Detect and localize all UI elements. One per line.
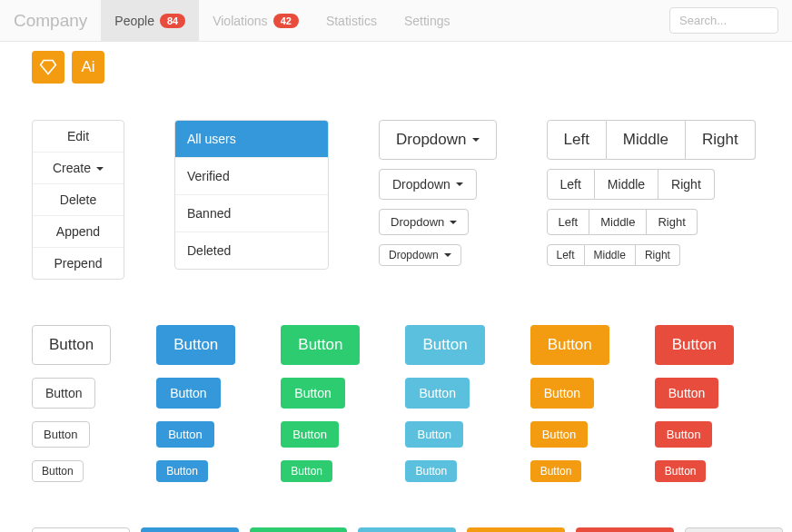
caret-down-icon <box>472 138 480 142</box>
btn-success-sm[interactable]: Button <box>281 421 339 448</box>
group-btn-left[interactable]: Left <box>547 209 590 235</box>
brand-logo: Company <box>14 11 87 31</box>
dropdown-grey[interactable]: Dropdown <box>685 527 783 532</box>
btn-primary-lg[interactable]: Button <box>156 325 235 365</box>
nav-badge: 42 <box>273 14 299 28</box>
ai-icon-button[interactable]: Ai <box>72 51 104 84</box>
btn-primary-xs[interactable]: Button <box>156 460 208 482</box>
list-item-label: Create <box>53 161 91 175</box>
caret-down-icon <box>96 167 104 171</box>
btn-default-lg[interactable]: Button <box>32 325 111 365</box>
btn-label: Dropdown <box>391 215 444 229</box>
nav-label: People <box>114 14 154 28</box>
btn-warning-xs[interactable]: Button <box>530 460 582 482</box>
dropdown-success[interactable]: Dropdown <box>250 527 348 532</box>
button-group-stack: Left Middle Right Left Middle Right Left… <box>547 120 756 266</box>
nav-item-settings[interactable]: Settings <box>391 0 464 42</box>
button-group-md: Left Middle Right <box>547 169 715 200</box>
button-variant-grid: Button Button Button Button Button Butto… <box>32 325 760 482</box>
btn-default-md[interactable]: Button <box>32 378 95 409</box>
group-btn-middle[interactable]: Middle <box>595 169 658 200</box>
btn-default-xs[interactable]: Button <box>32 460 84 482</box>
group-btn-left[interactable]: Left <box>547 120 607 160</box>
nav-label: Settings <box>404 14 450 28</box>
search-input[interactable] <box>669 7 778 34</box>
nav-label: Violations <box>213 14 267 28</box>
user-item-verified[interactable]: Verified <box>175 158 328 195</box>
dropdown-default[interactable]: Dropdown <box>32 527 130 532</box>
btn-info-xs[interactable]: Button <box>405 460 457 482</box>
btn-label: Dropdown <box>389 249 439 261</box>
dropdown-danger[interactable]: Dropdown <box>576 527 674 532</box>
dropdown-size-stack: Dropdown Dropdown Dropdown Dropdown <box>379 120 497 266</box>
button-group-sm: Left Middle Right <box>547 209 698 235</box>
btn-info-lg[interactable]: Button <box>405 325 484 365</box>
dropdown-color-row: Dropdown Dropdown Dropdown Dropdown Drop… <box>32 527 760 532</box>
user-item-banned[interactable]: Banned <box>175 195 328 232</box>
btn-warning-sm[interactable]: Button <box>530 421 589 448</box>
user-filter-list: All users Verified Banned Deleted <box>174 120 329 270</box>
caret-down-icon <box>444 253 451 257</box>
list-item-delete[interactable]: Delete <box>33 184 124 216</box>
dropdown-button-lg[interactable]: Dropdown <box>379 120 497 160</box>
btn-success-md[interactable]: Button <box>281 378 344 409</box>
nav-badge: 84 <box>160 14 185 28</box>
group-btn-left[interactable]: Left <box>547 169 595 200</box>
icon-button-row: Ai <box>32 51 760 84</box>
nav-item-violations[interactable]: Violations 42 <box>199 0 312 42</box>
btn-success-xs[interactable]: Button <box>281 460 332 482</box>
navbar: Company People 84 Violations 42 Statisti… <box>0 0 792 42</box>
user-item-deleted[interactable]: Deleted <box>175 232 328 269</box>
ai-icon: Ai <box>81 58 94 76</box>
diamond-icon-button[interactable] <box>32 51 64 84</box>
action-list: Edit Create Delete Append Prepend <box>32 120 124 280</box>
group-btn-right[interactable]: Right <box>658 169 715 200</box>
dropdown-info[interactable]: Dropdown <box>358 527 456 532</box>
group-btn-right[interactable]: Right <box>686 120 756 160</box>
dropdown-primary[interactable]: Dropdown <box>141 527 239 532</box>
list-item-edit[interactable]: Edit <box>33 121 124 153</box>
btn-label: Dropdown <box>396 131 467 149</box>
list-item-prepend[interactable]: Prepend <box>33 248 124 279</box>
button-group-xs: Left Middle Right <box>547 244 680 266</box>
dropdown-button-md[interactable]: Dropdown <box>379 169 477 200</box>
group-btn-middle[interactable]: Middle <box>585 244 636 266</box>
btn-danger-lg[interactable]: Button <box>655 325 734 365</box>
nav-item-statistics[interactable]: Statistics <box>312 0 391 42</box>
btn-success-lg[interactable]: Button <box>281 325 360 365</box>
btn-default-sm[interactable]: Button <box>32 421 90 448</box>
group-btn-left[interactable]: Left <box>547 244 585 266</box>
list-item-append[interactable]: Append <box>33 216 124 248</box>
dropdown-button-sm[interactable]: Dropdown <box>379 209 469 235</box>
nav-label: Statistics <box>326 14 377 28</box>
dropdown-grey-open: Dropdown Action Another action <box>685 527 783 532</box>
nav-item-people[interactable]: People 84 <box>101 0 199 42</box>
dropdown-button-xs[interactable]: Dropdown <box>379 244 461 266</box>
btn-info-md[interactable]: Button <box>405 378 469 409</box>
btn-danger-xs[interactable]: Button <box>655 460 707 482</box>
caret-down-icon <box>456 182 463 186</box>
group-btn-middle[interactable]: Middle <box>607 120 686 160</box>
nav-list: People 84 Violations 42 Statistics Setti… <box>101 0 669 42</box>
button-group-lg: Left Middle Right <box>547 120 756 160</box>
btn-warning-md[interactable]: Button <box>530 378 594 409</box>
group-btn-middle[interactable]: Middle <box>589 209 647 235</box>
group-btn-right[interactable]: Right <box>636 244 680 266</box>
btn-label: Dropdown <box>392 177 450 192</box>
btn-primary-md[interactable]: Button <box>156 378 220 409</box>
dropdown-warning[interactable]: Dropdown <box>467 527 565 532</box>
user-item-all[interactable]: All users <box>175 121 328 158</box>
btn-info-sm[interactable]: Button <box>405 421 463 448</box>
btn-danger-md[interactable]: Button <box>655 378 718 409</box>
diamond-icon <box>39 58 57 76</box>
caret-down-icon <box>450 221 457 224</box>
btn-danger-sm[interactable]: Button <box>655 421 713 448</box>
btn-warning-lg[interactable]: Button <box>530 325 609 365</box>
group-btn-right[interactable]: Right <box>647 209 697 235</box>
list-item-create[interactable]: Create <box>33 153 124 184</box>
btn-primary-sm[interactable]: Button <box>156 421 214 448</box>
